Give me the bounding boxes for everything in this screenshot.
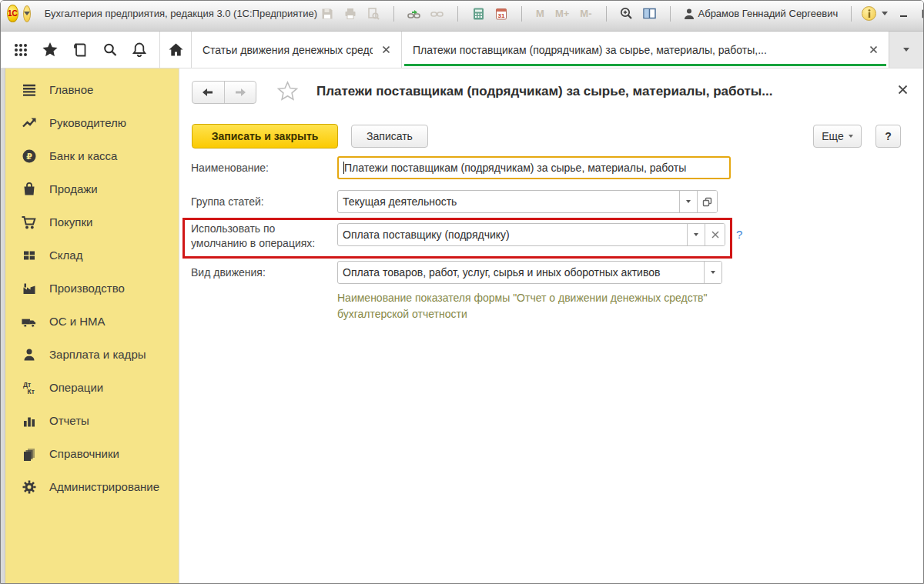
sidebar-item-label: Отчеты <box>49 414 89 427</box>
movement-kind-value: Оплата товаров, работ, услуг, сырья и ин… <box>338 262 704 283</box>
back-arrow-icon <box>202 87 214 98</box>
movement-kind-select[interactable]: Оплата товаров, работ, услуг, сырья и ин… <box>337 261 722 284</box>
sidebar-item-main[interactable]: Главное <box>5 73 179 106</box>
close-form-button[interactable] <box>898 84 908 98</box>
sidebar-item-label: Производство <box>49 282 125 295</box>
user-icon <box>684 8 695 20</box>
help-button[interactable]: ? <box>875 125 901 148</box>
sidebar-item-warehouse[interactable]: Склад <box>5 239 179 272</box>
home-icon <box>168 42 184 57</box>
search-icon[interactable] <box>100 40 120 60</box>
tab-close-icon[interactable] <box>869 45 878 54</box>
forward-button[interactable] <box>225 82 256 103</box>
default-operation-value: Оплата поставщику (подрядчику) <box>338 224 687 245</box>
print-icon <box>340 5 360 22</box>
memory-recall-button: M <box>532 8 548 19</box>
chevron-down-icon <box>694 233 698 236</box>
menu-lines-icon <box>21 82 37 98</box>
calendar-icon[interactable]: 31 <box>491 5 511 22</box>
sidebar-item-sales[interactable]: Продажи <box>5 172 179 205</box>
sidebar-item-fixed-assets[interactable]: ОС и НМА <box>5 305 179 338</box>
name-input[interactable]: Платежи поставщикам (подрядчикам) за сыр… <box>337 156 731 179</box>
info-button[interactable] <box>862 6 876 21</box>
split-window-icon[interactable] <box>640 5 660 22</box>
sidebar-item-salary-hr[interactable]: Зарплата и кадры <box>5 338 179 371</box>
notifications-icon[interactable] <box>129 40 149 60</box>
sidebar-item-reports[interactable]: Отчеты <box>5 404 179 437</box>
shopping-bag-icon <box>21 181 37 197</box>
default-operation-dropdown-button[interactable] <box>687 224 705 245</box>
save-button[interactable]: Записать <box>351 125 428 148</box>
main-menu-button[interactable] <box>23 5 31 22</box>
trend-icon <box>21 115 37 131</box>
sidebar-item-administration[interactable]: Администрирование <box>5 470 179 503</box>
minimize-button[interactable] <box>893 6 913 22</box>
sidebar-item-label: Склад <box>49 249 82 262</box>
tab-list-button[interactable] <box>889 32 923 68</box>
sidebar-item-label: Банк и касса <box>49 149 117 162</box>
bar-chart-icon <box>21 412 37 429</box>
dt-kt-icon: ДтКт <box>21 379 37 395</box>
divider <box>670 6 671 22</box>
divider <box>606 6 607 22</box>
add-to-favorites-button[interactable] <box>276 81 299 105</box>
main-content: Платежи поставщикам (подрядчикам) за сыр… <box>179 68 923 583</box>
divider <box>851 6 852 22</box>
back-button[interactable] <box>192 82 225 103</box>
group-dropdown-button[interactable] <box>679 191 697 212</box>
ruble-icon: ₽ <box>21 148 37 164</box>
sidebar-item-bank-cash[interactable]: ₽ Банк и касса <box>5 139 179 172</box>
sidebar-item-production[interactable]: Производство <box>5 272 179 305</box>
save-and-close-button[interactable]: Записать и закрыть <box>192 124 338 149</box>
group-open-button[interactable] <box>697 191 717 212</box>
field-label-group: Группа статей: <box>191 195 264 208</box>
tab-cash-flow-items[interactable]: Статьи движения денежных средств <box>192 32 401 68</box>
sidebar-menu: Главное Руководителю ₽ Банк и касса Прод… <box>5 73 179 503</box>
tools-menu-icon[interactable] <box>11 40 31 60</box>
more-button[interactable]: Еще <box>813 125 862 148</box>
field-help-link[interactable]: ? <box>736 228 742 241</box>
sidebar-item-label: Продажи <box>49 182 98 195</box>
sidebar-item-label: ОС и НМА <box>49 315 105 328</box>
chevron-down-icon <box>903 48 909 52</box>
current-user[interactable]: Абрамов Геннадий Сергеевич <box>684 8 839 20</box>
sidebar-item-purchases[interactable]: Покупки <box>5 205 179 239</box>
movement-kind-dropdown-button[interactable] <box>704 262 721 283</box>
link-icon <box>427 5 447 22</box>
factory-icon <box>21 280 37 296</box>
favorites-icon[interactable] <box>40 40 60 60</box>
divider <box>457 6 458 22</box>
group-select[interactable]: Текущая деятельность <box>337 190 718 213</box>
history-icon[interactable] <box>70 40 90 60</box>
sidebar-item-label: Зарплата и кадры <box>49 348 146 361</box>
divider <box>521 6 522 22</box>
chevron-down-icon <box>24 12 30 15</box>
truck-icon <box>21 313 37 329</box>
memory-minus-button: M- <box>576 8 595 19</box>
title-bar: 1С Бухгалтерия предприятия, редакция 3.0… <box>1 1 923 32</box>
sidebar-item-manager[interactable]: Руководителю <box>5 106 179 139</box>
name-input-value: Платежи поставщикам (подрядчикам) за сыр… <box>339 158 729 178</box>
zoom-icon[interactable] <box>617 5 637 22</box>
user-name: Абрамов Геннадий Сергеевич <box>698 8 839 19</box>
maximize-button[interactable] <box>916 6 924 22</box>
books-icon <box>21 446 37 462</box>
tab-supplier-payments[interactable]: Платежи поставщикам (подрядчикам) за сыр… <box>402 32 889 68</box>
cart-icon <box>21 214 37 230</box>
tab-close-icon[interactable] <box>382 45 390 54</box>
chevron-down-icon <box>849 135 853 138</box>
memory-plus-button: M+ <box>551 8 573 19</box>
info-chevron-icon[interactable] <box>882 12 888 15</box>
chevron-down-icon <box>711 271 715 274</box>
active-tab-indicator <box>404 64 886 66</box>
calculator-icon[interactable] <box>468 5 488 22</box>
1c-logo-text: 1С <box>8 9 18 18</box>
default-operation-clear-button[interactable] <box>705 224 725 245</box>
home-button[interactable] <box>160 32 191 68</box>
default-operation-select[interactable]: Оплата поставщику (подрядчику) <box>337 223 725 246</box>
sidebar-item-operations[interactable]: ДтКт Операции <box>5 371 179 404</box>
attach-link-icon[interactable] <box>404 5 424 22</box>
sidebar-item-directories[interactable]: Справочники <box>5 437 179 470</box>
forward-arrow-icon <box>234 87 246 98</box>
1c-logo-icon: 1С <box>7 5 18 22</box>
